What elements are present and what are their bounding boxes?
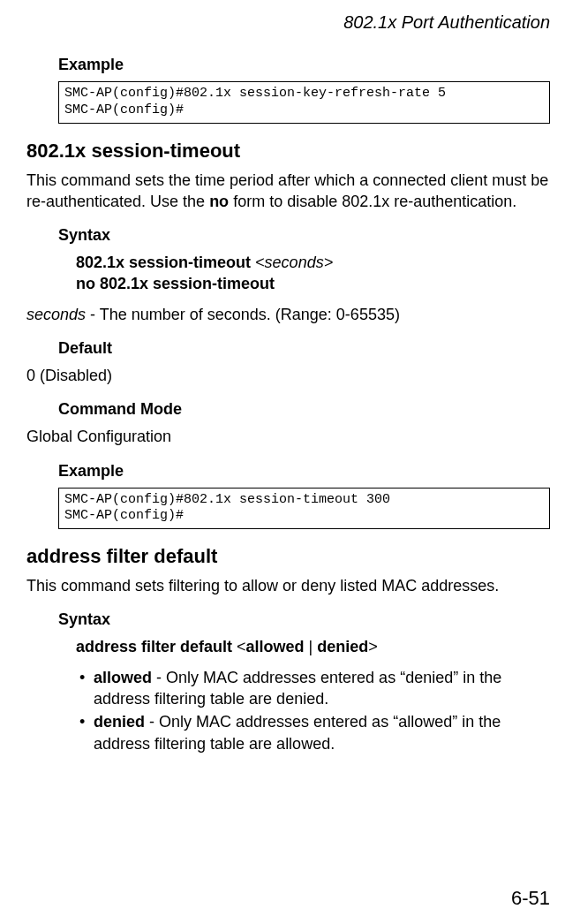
s1-syntax-cmd1a: 802.1x session-timeout xyxy=(76,254,255,271)
s2-b2b: - Only MAC addresses entered as “allowed… xyxy=(94,713,501,752)
s2-sa: address filter default xyxy=(76,638,237,655)
s2-bullet2: denied - Only MAC addresses entered as “… xyxy=(79,711,550,754)
section2-title: address filter default xyxy=(26,545,550,568)
section1-desc: This command sets the time period after … xyxy=(26,170,550,213)
s1-syntax-line2: no 802.1x session-timeout xyxy=(76,273,550,294)
page: 802.1x Port Authentication Example SMC-A… xyxy=(0,0,580,924)
s1-default-val: 0 (Disabled) xyxy=(26,365,550,386)
example1-label: Example xyxy=(58,56,550,74)
s1-default-label: Default xyxy=(58,339,550,358)
s2-bullet1: allowed - Only MAC addresses entered as … xyxy=(79,667,550,710)
s2-syntax-line: address filter default <allowed | denied… xyxy=(76,636,550,657)
page-number: 6-51 xyxy=(511,887,550,910)
s2-sc: allowed xyxy=(246,638,305,655)
section1-title: 802.1x session-timeout xyxy=(26,140,550,163)
example1-code: SMC-AP(config)#802.1x session-key-refres… xyxy=(58,81,550,124)
s1-param-b: - The number of seconds. (Range: 0-65535… xyxy=(86,306,400,323)
s2-syntax-label: Syntax xyxy=(58,610,550,629)
s2-bullets: allowed - Only MAC addresses entered as … xyxy=(26,667,550,754)
s2-b1a: allowed xyxy=(94,669,152,686)
s1-desc-c: form to disable 802.1x re-authentication… xyxy=(229,193,516,210)
s1-ex-label: Example xyxy=(58,462,550,481)
s1-param: seconds - The number of seconds. (Range:… xyxy=(26,304,550,325)
s2-sd: | xyxy=(305,638,318,655)
s1-syntax-label: Syntax xyxy=(58,226,550,245)
s1-syntax-cmd1b: <seconds> xyxy=(255,254,333,271)
s2-b2a: denied xyxy=(94,713,145,731)
s2-sb: < xyxy=(237,638,246,655)
s2-b1b: - Only MAC addresses entered as “denied”… xyxy=(94,669,501,708)
s1-mode-val: Global Configuration xyxy=(26,426,550,447)
s2-se: denied xyxy=(317,638,368,655)
s2-sf: > xyxy=(368,638,378,655)
s1-mode-label: Command Mode xyxy=(58,400,550,419)
section2-desc: This command sets filtering to allow or … xyxy=(26,575,550,596)
s1-desc-b: no xyxy=(209,193,229,210)
running-header: 802.1x Port Authentication xyxy=(26,12,550,33)
s1-ex-code: SMC-AP(config)#802.1x session-timeout 30… xyxy=(58,488,550,530)
s1-param-a: seconds xyxy=(26,306,86,323)
s1-syntax-line1: 802.1x session-timeout <seconds> xyxy=(76,252,550,273)
